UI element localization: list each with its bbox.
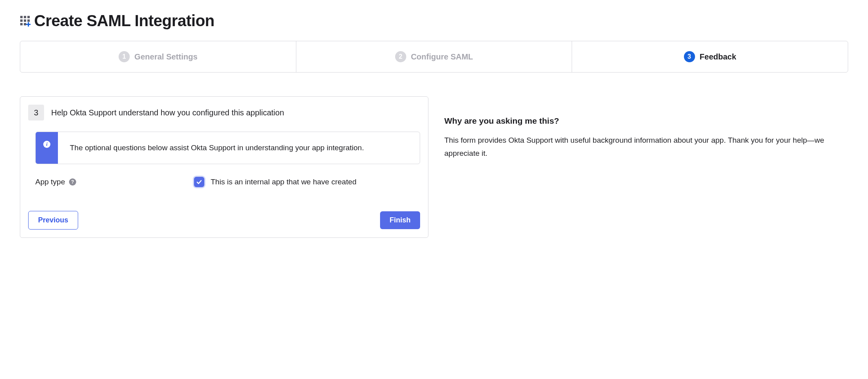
svg-rect-3 <box>20 19 23 22</box>
checkbox-label: This is an internal app that we have cre… <box>211 178 357 186</box>
aside-panel: Why are you asking me this? This form pr… <box>444 96 848 160</box>
aside-body: This form provides Okta Support with use… <box>444 134 848 160</box>
info-callout-body: The optional questions below assist Okta… <box>58 132 376 164</box>
info-callout: i The optional questions below assist Ok… <box>35 132 420 164</box>
aside-title: Why are you asking me this? <box>444 116 848 126</box>
svg-rect-0 <box>20 16 23 18</box>
step-label: Feedback <box>700 52 736 61</box>
info-callout-accent: i <box>36 132 58 164</box>
checkbox-group: This is an internal app that we have cre… <box>194 177 357 187</box>
svg-rect-6 <box>20 23 23 25</box>
step-number-badge: 1 <box>119 51 130 62</box>
checkmark-icon <box>196 179 202 185</box>
svg-rect-1 <box>24 16 26 18</box>
svg-rect-5 <box>27 19 30 22</box>
wizard-step-general-settings[interactable]: 1 General Settings <box>20 41 296 72</box>
wizard-step-feedback[interactable]: 3 Feedback <box>572 41 848 72</box>
panel-step-badge: 3 <box>28 105 44 121</box>
previous-button[interactable]: Previous <box>28 211 78 230</box>
step-label: Configure SAML <box>411 52 473 61</box>
step-number-badge: 3 <box>684 51 695 62</box>
app-type-label: App type <box>35 178 65 186</box>
step-label: General Settings <box>134 52 198 61</box>
feedback-panel: 3 Help Okta Support understand how you c… <box>20 96 428 238</box>
wizard-step-configure-saml[interactable]: 2 Configure SAML <box>296 41 572 72</box>
app-type-row: App type ? This is an internal app that … <box>35 177 420 187</box>
svg-rect-2 <box>27 16 30 18</box>
page-header: Create SAML Integration <box>20 12 848 30</box>
step-number-badge: 2 <box>395 51 406 62</box>
svg-rect-4 <box>24 19 26 22</box>
button-row: Previous Finish <box>28 211 420 230</box>
panel-header: 3 Help Okta Support understand how you c… <box>28 105 420 121</box>
app-grid-plus-icon <box>20 15 31 27</box>
form-label-group: App type ? <box>35 178 194 186</box>
page-title: Create SAML Integration <box>34 12 215 30</box>
app-type-checkbox[interactable] <box>194 177 204 187</box>
panel-title: Help Okta Support understand how you con… <box>51 108 284 117</box>
svg-rect-7 <box>24 23 26 25</box>
info-icon: i <box>43 141 50 148</box>
content-wrapper: 3 Help Okta Support understand how you c… <box>20 96 848 238</box>
svg-rect-9 <box>26 24 31 25</box>
help-icon[interactable]: ? <box>69 178 76 186</box>
wizard-steps: 1 General Settings 2 Configure SAML 3 Fe… <box>20 41 848 73</box>
finish-button[interactable]: Finish <box>380 211 420 229</box>
